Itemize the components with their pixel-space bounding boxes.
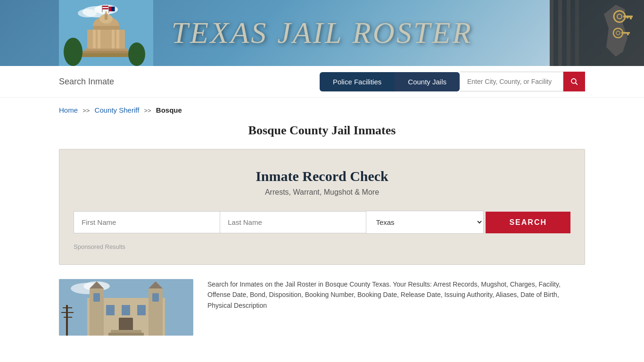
svg-rect-55 bbox=[93, 293, 100, 302]
page-title: Bosque County Jail Inmates bbox=[0, 123, 644, 138]
courthouse-building-icon bbox=[59, 279, 193, 336]
nav-buttons: Police Facilities County Jails bbox=[320, 72, 585, 91]
svg-rect-46 bbox=[66, 305, 68, 336]
breadcrumb-sep2: >> bbox=[144, 107, 151, 114]
svg-rect-32 bbox=[627, 16, 628, 18]
svg-rect-14 bbox=[108, 7, 109, 13]
svg-point-26 bbox=[128, 42, 145, 66]
panel-title: Inmate Record Check bbox=[74, 168, 570, 184]
svg-rect-12 bbox=[103, 7, 108, 8]
svg-rect-39 bbox=[567, 0, 570, 66]
svg-rect-5 bbox=[93, 26, 119, 30]
state-select[interactable]: AlabamaAlaskaArizonaArkansasCaliforniaCo… bbox=[366, 211, 484, 234]
breadcrumb-sep1: >> bbox=[83, 107, 90, 114]
county-jails-button[interactable]: County Jails bbox=[395, 72, 460, 91]
svg-rect-40 bbox=[575, 0, 579, 66]
search-button[interactable]: SEARCH bbox=[486, 212, 570, 233]
svg-rect-16 bbox=[109, 7, 112, 11]
sponsored-label: Sponsored Results bbox=[74, 243, 570, 250]
bottom-section: Search for Inmates on the Jail Roster in… bbox=[0, 279, 644, 336]
panel-subtitle: Arrests, Warrant, Mugshot & More bbox=[74, 188, 570, 197]
svg-rect-62 bbox=[108, 333, 144, 336]
capitol-building-icon bbox=[59, 0, 153, 66]
search-panel: Inmate Record Check Arrests, Warrant, Mu… bbox=[59, 149, 585, 265]
keys-icon bbox=[550, 0, 644, 66]
svg-rect-7 bbox=[105, 13, 107, 20]
svg-rect-23 bbox=[112, 30, 115, 49]
svg-rect-36 bbox=[627, 32, 629, 35]
first-name-input[interactable] bbox=[74, 211, 220, 233]
svg-rect-58 bbox=[122, 305, 130, 315]
svg-rect-9 bbox=[102, 6, 103, 12]
breadcrumb-home-link[interactable]: Home bbox=[59, 106, 78, 114]
facility-search-input[interactable] bbox=[460, 72, 563, 91]
svg-rect-37 bbox=[550, 0, 553, 66]
svg-point-41 bbox=[571, 79, 576, 83]
svg-rect-31 bbox=[630, 16, 632, 19]
building-image bbox=[59, 279, 193, 336]
svg-rect-47 bbox=[63, 307, 72, 308]
breadcrumb: Home >> County Sheriff >> Bosque bbox=[0, 98, 644, 119]
breadcrumb-county-sheriff-link[interactable]: County Sheriff bbox=[95, 106, 140, 114]
svg-rect-20 bbox=[80, 53, 132, 57]
svg-line-42 bbox=[576, 83, 578, 85]
police-facilities-button[interactable]: Police Facilities bbox=[320, 72, 395, 91]
svg-point-3 bbox=[78, 9, 97, 17]
navbar: Search Inmate Police Facilities County J… bbox=[0, 66, 644, 98]
svg-rect-13 bbox=[103, 8, 108, 9]
site-title: Texas Jail Roster bbox=[171, 16, 472, 50]
svg-rect-21 bbox=[93, 30, 96, 49]
search-icon bbox=[570, 77, 578, 86]
svg-rect-8 bbox=[105, 11, 107, 14]
svg-rect-56 bbox=[152, 293, 159, 302]
svg-rect-22 bbox=[98, 30, 100, 49]
header-banner: Texas Jail Roster bbox=[0, 0, 644, 66]
svg-rect-38 bbox=[558, 0, 562, 66]
facility-search-button[interactable] bbox=[563, 72, 585, 91]
svg-rect-57 bbox=[106, 305, 115, 315]
svg-rect-59 bbox=[137, 305, 146, 315]
bottom-description: Search for Inmates on the Jail Roster in… bbox=[207, 279, 585, 311]
svg-point-25 bbox=[64, 38, 83, 66]
svg-rect-48 bbox=[61, 312, 74, 313]
svg-rect-11 bbox=[103, 6, 108, 7]
breadcrumb-current: Bosque bbox=[156, 106, 182, 114]
search-inmate-label: Search Inmate bbox=[59, 77, 320, 87]
svg-rect-18 bbox=[85, 49, 127, 51]
svg-rect-61 bbox=[111, 330, 141, 333]
search-row: AlabamaAlaskaArizonaArkansasCaliforniaCo… bbox=[74, 211, 570, 234]
svg-rect-24 bbox=[116, 30, 119, 49]
svg-rect-19 bbox=[83, 51, 130, 53]
svg-rect-49 bbox=[64, 317, 72, 318]
last-name-input[interactable] bbox=[220, 211, 366, 233]
